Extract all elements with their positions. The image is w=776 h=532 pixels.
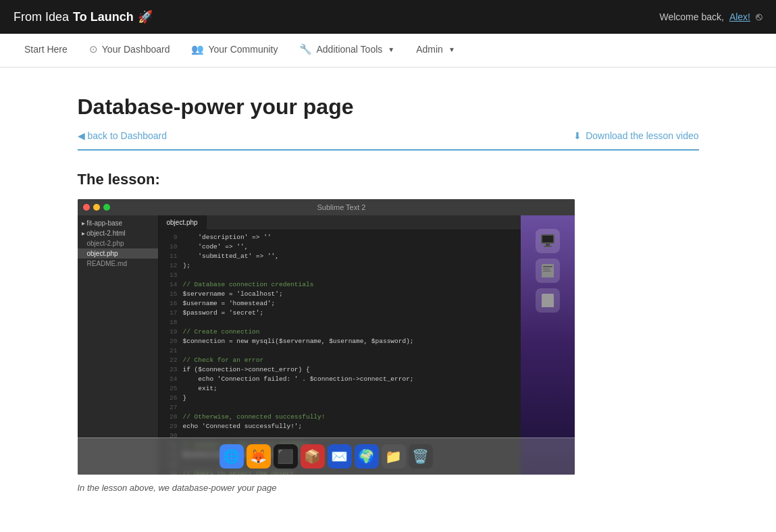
- editor-body: ▸ fit-app-base ▸ object-2.html object-2.…: [78, 215, 575, 475]
- svg-rect-6: [543, 269, 550, 269]
- page-links-bar: ◀ back to Dashboard ⬇ Download the lesso…: [78, 130, 699, 151]
- mac-dock: 🌐 🦊 ⬛ 📦 ✉️ 🌍 📁 🗑️: [78, 437, 575, 475]
- community-icon: 👥: [191, 43, 204, 55]
- svg-rect-7: [543, 271, 551, 271]
- lesson-caption: In the lesson above, we database-power y…: [78, 483, 699, 493]
- tools-icon: 🔧: [299, 43, 312, 55]
- rocket-icon: 🚀: [138, 9, 153, 24]
- editor-file-tree: ▸ fit-app-base ▸ object-2.html object-2.…: [78, 215, 159, 475]
- tools-dropdown-arrow: ▼: [388, 46, 394, 53]
- tl-minimize[interactable]: [93, 204, 100, 211]
- code-line: 14// Database connection credentials: [159, 280, 521, 290]
- code-line: 26}: [159, 394, 521, 403]
- download-lesson-label: Download the lesson video: [586, 130, 698, 141]
- code-line: 19// Create connection: [159, 327, 521, 337]
- back-arrow-icon: ◀: [78, 130, 85, 141]
- dock-terminal[interactable]: ⬛: [274, 444, 298, 469]
- nav-admin-label: Admin: [416, 44, 443, 55]
- lesson-section-title: The lesson:: [78, 171, 699, 188]
- dock-mail[interactable]: ✉️: [328, 444, 352, 469]
- tl-maximize[interactable]: [103, 204, 110, 211]
- nav-additional-tools-label: Additional Tools: [316, 44, 382, 55]
- nav-your-community[interactable]: 👥 Your Community: [180, 34, 288, 68]
- editor-title: Sublime Text 2: [317, 203, 366, 211]
- code-line: 27: [159, 403, 521, 413]
- dock-firefox[interactable]: 🦊: [247, 444, 271, 469]
- page-content: Database-power your page ◀ back to Dashb…: [64, 68, 713, 520]
- page-title: Database-power your page: [78, 95, 699, 119]
- desktop-side-panel: [521, 215, 575, 475]
- code-line: 24 echo 'Connection failed: ' . $connect…: [159, 375, 521, 384]
- download-icon: ⬇: [573, 130, 581, 141]
- code-line: 11 'submitted_at' => '',: [159, 252, 521, 261]
- sidebar-folder-root[interactable]: ▸ fit-app-base: [78, 218, 158, 228]
- dock-browser[interactable]: 🌍: [355, 444, 379, 469]
- code-line: 16$username = 'homestead';: [159, 299, 521, 309]
- dock-finder[interactable]: 📁: [382, 444, 406, 469]
- code-line: 21: [159, 346, 521, 356]
- sidebar-file-object-active[interactable]: object.php: [78, 248, 158, 259]
- nav-additional-tools[interactable]: 🔧 Additional Tools ▼: [288, 34, 405, 68]
- svg-rect-8: [542, 294, 554, 307]
- main-nav: Start Here ⊙ Your Dashboard 👥 Your Commu…: [0, 34, 776, 68]
- editor-code-panel: object.php 9 'description' => ''10 'code…: [159, 215, 521, 475]
- svg-rect-5: [543, 266, 552, 267]
- dock-trash[interactable]: 🗑️: [409, 444, 433, 469]
- brand-text-bold: To Launch: [73, 10, 134, 24]
- welcome-text: Welcome back,: [659, 11, 723, 22]
- nav-admin[interactable]: Admin ▼: [405, 34, 466, 68]
- code-line: 13: [159, 271, 521, 280]
- editor-tabs: object.php: [159, 215, 521, 230]
- code-line: 18: [159, 318, 521, 327]
- sidebar-file-readme[interactable]: README.md: [78, 259, 158, 269]
- desktop-icon-1: [536, 229, 560, 253]
- top-bar-right: Welcome back, Alex! ⎋: [659, 11, 762, 23]
- nav-start-here-label: Start Here: [24, 44, 68, 55]
- nav-your-dashboard[interactable]: ⊙ Your Dashboard: [78, 34, 181, 68]
- sidebar-folder-object[interactable]: ▸ object-2.html: [78, 228, 158, 238]
- code-line: 22// Check for an error: [159, 356, 521, 365]
- dashboard-icon: ⊙: [89, 43, 98, 55]
- desktop-icon-2: [536, 259, 560, 283]
- download-lesson-link[interactable]: ⬇ Download the lesson video: [573, 130, 698, 141]
- username-link[interactable]: Alex!: [729, 11, 750, 22]
- back-to-dashboard-label: back to Dashboard: [88, 130, 167, 141]
- editor-tab-active[interactable]: object.php: [159, 215, 207, 230]
- code-line: 12);: [159, 261, 521, 271]
- tl-close[interactable]: [83, 204, 90, 211]
- brand-text-prefix: From Idea: [14, 10, 69, 24]
- code-line: 10 'code' => '',: [159, 242, 521, 252]
- admin-dropdown-arrow: ▼: [448, 46, 455, 53]
- code-line: 9 'description' => '': [159, 233, 521, 242]
- back-to-dashboard-link[interactable]: ◀ back to Dashboard: [78, 130, 167, 141]
- svg-rect-1: [542, 236, 553, 242]
- sidebar-file-object-php[interactable]: object-2.php: [78, 238, 158, 248]
- code-editor: Sublime Text 2 ▸ fit-app-base ▸ object-2…: [78, 199, 575, 475]
- code-line: 20$connection = new mysqli($servername, …: [159, 337, 521, 346]
- logout-icon[interactable]: ⎋: [756, 11, 762, 23]
- dock-app1[interactable]: 📦: [301, 444, 325, 469]
- svg-rect-2: [546, 244, 550, 246]
- nav-your-community-label: Your Community: [208, 44, 278, 55]
- traffic-lights: [83, 204, 110, 211]
- svg-rect-3: [544, 246, 552, 247]
- dock-chrome[interactable]: 🌐: [219, 444, 244, 469]
- code-line: 25 exit;: [159, 384, 521, 394]
- lesson-video-area[interactable]: Sublime Text 2 ▸ fit-app-base ▸ object-2…: [78, 199, 575, 475]
- nav-your-dashboard-label: Your Dashboard: [102, 44, 170, 55]
- nav-start-here[interactable]: Start Here: [14, 34, 78, 68]
- desktop-icon-3: [536, 288, 560, 313]
- code-line: 15$servername = 'localhost';: [159, 290, 521, 299]
- code-line: 17$password = 'secret';: [159, 309, 521, 318]
- editor-titlebar: Sublime Text 2: [78, 199, 575, 215]
- top-bar: From Idea To Launch 🚀 Welcome back, Alex…: [0, 0, 776, 34]
- code-line: 23if ($connection->connect_error) {: [159, 365, 521, 375]
- brand-logo: From Idea To Launch 🚀: [14, 9, 153, 24]
- code-line: 29echo 'Connected successfully!';: [159, 422, 521, 431]
- code-line: 28// Otherwise, connected successfully!: [159, 413, 521, 422]
